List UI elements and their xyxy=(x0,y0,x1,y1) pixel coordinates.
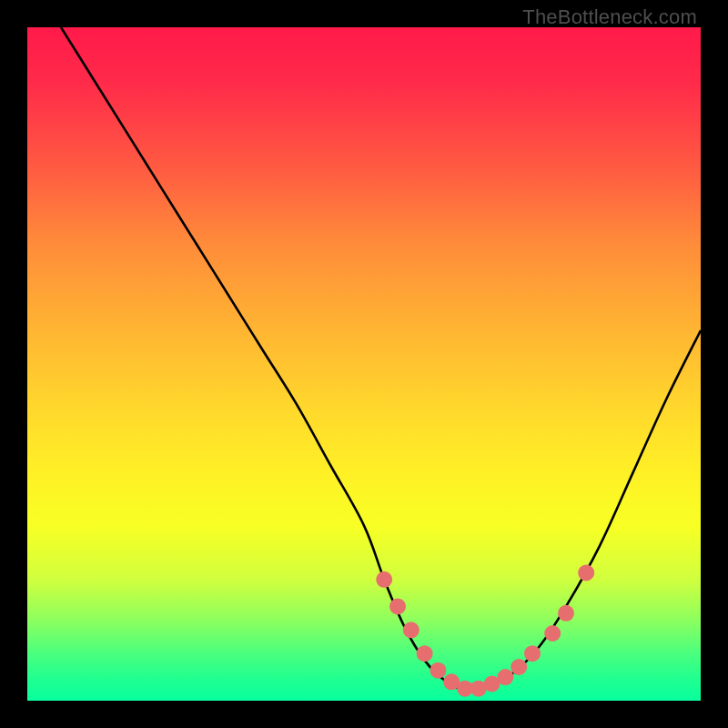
highlight-dot xyxy=(524,645,541,662)
highlight-dot xyxy=(511,659,527,675)
highlight-dot xyxy=(403,622,420,638)
highlight-dot xyxy=(430,662,446,679)
highlight-dot xyxy=(417,645,433,662)
highlight-dot xyxy=(544,625,561,642)
chart-frame xyxy=(27,27,701,701)
highlight-dot xyxy=(376,571,392,588)
bottleneck-curve-path xyxy=(61,27,701,691)
bottleneck-curve xyxy=(61,27,701,691)
highlight-dot xyxy=(578,564,594,581)
watermark-text: TheBottleneck.com xyxy=(522,5,697,29)
highlight-dot xyxy=(558,605,574,622)
highlight-dot xyxy=(497,669,513,685)
chart-svg xyxy=(27,27,701,701)
highlight-dot xyxy=(389,598,406,614)
highlight-dots xyxy=(376,564,594,696)
